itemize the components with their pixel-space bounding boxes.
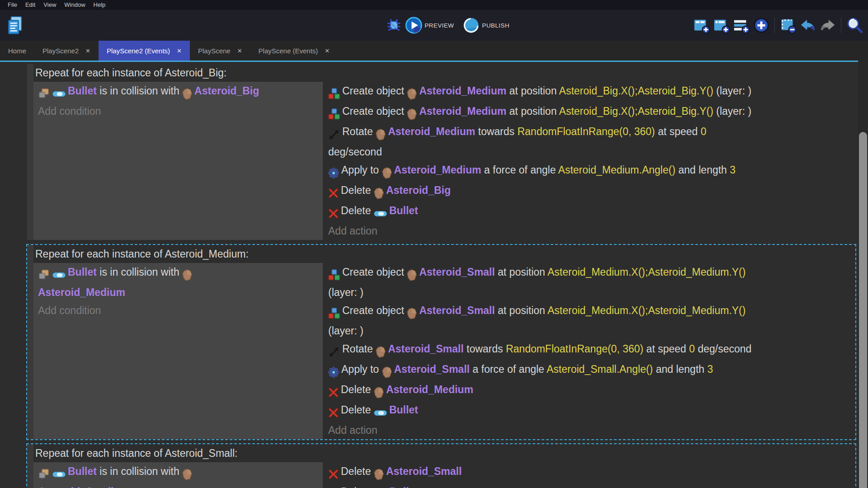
object-name: Bullet <box>389 205 418 216</box>
action-row[interactable]: Apply to Asteroid_Small a force of angle… <box>328 360 851 380</box>
tab-close-icon[interactable]: ✕ <box>85 47 90 54</box>
expression-text: 3 <box>707 363 713 375</box>
search-button[interactable] <box>844 14 864 36</box>
event-header[interactable]: Repeat for each instance of Asteroid_Big… <box>33 64 855 82</box>
scrollbar-track <box>858 61 868 488</box>
project-manager-button[interactable] <box>5 14 25 37</box>
action-row[interactable]: Delete Bullet <box>328 202 851 222</box>
menu-edit[interactable]: Edit <box>21 0 39 10</box>
preview-label[interactable]: PREVIEW <box>425 22 454 29</box>
redo-button[interactable] <box>818 14 838 36</box>
conditions-column[interactable]: Bullet is in collision with Asteroid_Med… <box>33 263 323 439</box>
menu-file[interactable]: File <box>4 0 21 10</box>
add-event-button[interactable] <box>692 14 712 36</box>
publish-button[interactable] <box>461 14 481 36</box>
tab-playscene-events[interactable]: PlayScene (Events) ✕ <box>250 41 338 61</box>
add-action-button[interactable]: Add action <box>328 421 851 439</box>
action-row[interactable]: Delete Asteroid_Small <box>328 462 851 483</box>
add-circle-button[interactable] <box>751 14 771 36</box>
conditions-column[interactable]: Bullet is in collision with Asteroid_Sma… <box>33 462 323 488</box>
action-row[interactable]: Delete Bullet <box>328 483 851 488</box>
event-body: Repeat for each instance of Asteroid_Med… <box>33 245 855 439</box>
tab-close-icon[interactable]: ✕ <box>325 47 330 54</box>
action-row[interactable]: Delete Asteroid_Medium <box>328 380 851 401</box>
publish-globe-icon <box>462 17 480 34</box>
tab-close-icon[interactable]: ✕ <box>177 47 182 54</box>
action-row[interactable]: Delete Bullet <box>328 401 851 421</box>
event-drag-handle[interactable] <box>27 64 33 240</box>
deselect-button[interactable] <box>778 14 798 36</box>
object-name: Asteroid_Medium <box>388 126 475 137</box>
object-name: Asteroid_Small <box>419 266 495 278</box>
create-icon <box>328 265 340 283</box>
event-header[interactable]: Repeat for each instance of Asteroid_Med… <box>33 245 855 263</box>
tab-playscene2[interactable]: PlayScene2 ✕ <box>34 41 99 61</box>
action-row[interactable]: Create object Asteroid_Small at position… <box>328 301 851 340</box>
asteroid-icon <box>407 265 417 283</box>
event-header[interactable]: Repeat for each instance of Asteroid_Sma… <box>33 444 855 462</box>
publish-label[interactable]: PUBLISH <box>482 22 509 29</box>
action-text: (layer: ) <box>713 105 751 117</box>
action-text: and length <box>675 164 730 176</box>
menu-view[interactable]: View <box>39 0 60 10</box>
action-row[interactable]: Create object Asteroid_Medium at positio… <box>328 102 851 122</box>
debug-button[interactable] <box>384 14 404 36</box>
actions-column[interactable]: Create object Asteroid_Small at position… <box>323 263 855 439</box>
action-text: at position <box>506 105 559 117</box>
add-action-button[interactable]: Add action <box>328 222 851 240</box>
force-icon <box>328 362 339 380</box>
preview-button[interactable] <box>404 14 424 36</box>
actions-column[interactable]: Create object Asteroid_Medium at positio… <box>323 82 855 240</box>
conditions-column[interactable]: Bullet is in collision with Asteroid_Big… <box>33 82 323 240</box>
asteroid-icon <box>407 304 417 322</box>
event-block[interactable]: Repeat for each instance of Asteroid_Sma… <box>26 443 856 488</box>
actions-column[interactable]: Delete Asteroid_SmallDelete BulletAdd ac… <box>323 462 855 488</box>
scrollbar-thumb[interactable] <box>859 132 867 488</box>
event-drag-handle[interactable] <box>27 245 33 439</box>
action-text: at speed <box>643 343 689 355</box>
action-row[interactable]: Rotate Asteroid_Medium towards RandomFlo… <box>328 122 851 161</box>
action-row[interactable]: Create object Asteroid_Medium at positio… <box>328 82 851 102</box>
asteroid-icon <box>376 342 386 360</box>
main-toolbar: PREVIEW PUBLISH <box>0 10 868 41</box>
menu-window[interactable]: Window <box>60 0 89 10</box>
toolbar-right-group <box>692 10 864 41</box>
deselect-icon <box>779 17 797 34</box>
asteroid-icon <box>376 125 386 143</box>
toolbar-center-group: PREVIEW PUBLISH <box>384 10 517 41</box>
undo-button[interactable] <box>798 14 818 36</box>
action-text: at position <box>495 266 547 278</box>
action-text: towards <box>475 126 517 137</box>
event-block[interactable]: Repeat for each instance of Asteroid_Med… <box>26 244 856 440</box>
tab-bar: Home PlayScene2 ✕ PlayScene2 (Events) ✕ … <box>0 41 868 61</box>
tab-home[interactable]: Home <box>0 41 34 61</box>
action-row[interactable]: Rotate Asteroid_Small towards RandomFloa… <box>328 340 851 360</box>
add-subevent-icon <box>713 17 730 34</box>
condition-row[interactable]: Bullet is in collision with Asteroid_Big <box>38 82 318 102</box>
asteroid-icon <box>182 84 192 102</box>
tab-close-icon[interactable]: ✕ <box>237 47 242 54</box>
action-text: Delete <box>341 205 374 216</box>
delete-icon <box>328 403 339 421</box>
tab-playscene[interactable]: PlayScene ✕ <box>190 41 250 61</box>
menu-help[interactable]: Help <box>90 0 110 10</box>
action-row[interactable]: Create object Asteroid_Small at position… <box>328 263 851 301</box>
condition-row[interactable]: Bullet is in collision with Asteroid_Med… <box>38 263 318 301</box>
object-name: Asteroid_Medium <box>394 164 481 176</box>
bullet-icon <box>52 84 66 102</box>
add-condition-button[interactable]: Add condition <box>38 102 318 120</box>
condition-row[interactable]: Bullet is in collision with Asteroid_Sma… <box>38 462 318 488</box>
action-row[interactable]: Apply to Asteroid_Medium a force of angl… <box>328 161 851 181</box>
bullet-icon <box>374 204 387 222</box>
add-comment-button[interactable] <box>731 14 751 36</box>
object-name: Bullet <box>389 486 418 488</box>
action-row[interactable]: Delete Asteroid_Big <box>328 181 851 202</box>
event-drag-handle[interactable] <box>27 444 33 488</box>
tab-label: PlayScene <box>198 47 231 55</box>
add-subevent-button[interactable] <box>712 14 731 36</box>
delete-icon <box>328 465 339 483</box>
bullet-icon <box>52 465 66 483</box>
tab-playscene2-events[interactable]: PlayScene2 (Events) ✕ <box>99 41 190 61</box>
add-condition-button[interactable]: Add condition <box>38 301 318 319</box>
event-block[interactable]: Repeat for each instance of Asteroid_Big… <box>26 63 856 241</box>
